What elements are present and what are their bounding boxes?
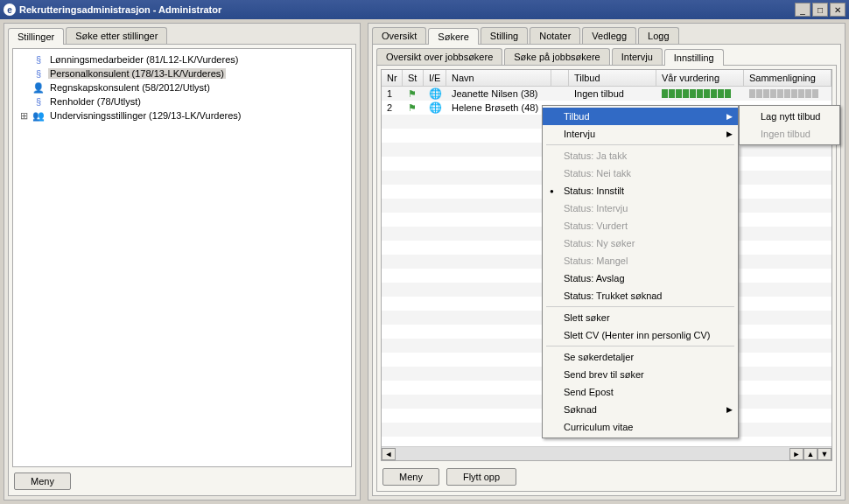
col-ie[interactable]: I/E (424, 70, 446, 86)
cell-st: ⚑ (403, 102, 424, 114)
ctx-item-status[interactable]: Status: Intervju (543, 200, 738, 217)
col-sammenligning[interactable]: Sammenligning (744, 70, 831, 86)
move-up-icon[interactable]: ▲ (803, 448, 817, 460)
section-icon: § (32, 95, 45, 108)
ctx-item-status[interactable]: ●Status: Innstilt (543, 182, 738, 200)
cell-st: ⚑ (403, 88, 424, 100)
tree-item-label: Regnskapskonsulent (58/2012/Utlyst) (48, 82, 212, 93)
position-tree[interactable]: § Lønningsmedarbeider (81/L12-LK/Vurdere… (12, 48, 352, 467)
tree-item-label: Undervisningsstillinger (129/13-LK/Vurde… (48, 110, 242, 121)
submenu-arrow-icon: ▶ (726, 112, 733, 121)
sub-tabs: Oversikt over jobbsøkere Søke på jobbsøk… (373, 45, 840, 65)
submenu-arrow-icon: ▶ (726, 130, 733, 138)
col-st[interactable]: St (403, 70, 424, 86)
horizontal-scrollbar[interactable]: ◄ ► ▲ ▼ (382, 446, 831, 460)
close-button[interactable]: ✕ (830, 3, 845, 17)
ctx-item-soknad[interactable]: Søknad▶ (543, 401, 738, 418)
col-nr[interactable]: Nr (382, 70, 403, 86)
tree-item[interactable]: § Lønningsmedarbeider (81/L12-LK/Vurdere… (17, 52, 347, 66)
ctx-separator (546, 346, 734, 346)
menu-button[interactable]: Meny (14, 472, 71, 490)
left-tab-content: § Lønningsmedarbeider (81/L12-LK/Vurdere… (8, 44, 356, 496)
ctx-sub-lag-tilbud[interactable]: Lag nytt tilbud (740, 108, 839, 125)
window-titlebar: e Rekrutteringsadministrasjon - Administ… (0, 0, 849, 19)
table-header: Nr St I/E Navn Tilbud Vår vurdering Samm… (382, 70, 831, 87)
subtab-intervju[interactable]: Intervju (612, 48, 663, 65)
ctx-item-cv[interactable]: Curriculum vitae (543, 418, 738, 436)
cell-ie: 🌐 (424, 88, 446, 100)
ctx-item-status[interactable]: Status: Mangel (543, 252, 738, 270)
globe-icon: 🌐 (429, 88, 442, 100)
move-down-icon[interactable]: ▼ (817, 448, 831, 460)
left-tabs: Stillinger Søke etter stillinger (4, 24, 360, 44)
ctx-item-se-detaljer[interactable]: Se søkerdetaljer (543, 348, 738, 366)
menu-button[interactable]: Meny (382, 468, 439, 486)
section-icon: § (32, 53, 45, 66)
tab-oversikt[interactable]: Oversikt (372, 27, 426, 44)
subtab-innstilling[interactable]: Innstilling (664, 49, 724, 66)
col-spacer (551, 70, 569, 86)
tab-vedlegg[interactable]: Vedlegg (582, 27, 636, 44)
ctx-item-status[interactable]: Status: Vurdert (543, 217, 738, 234)
ctx-sub-ingen-tilbud[interactable]: Ingen tilbud (740, 125, 839, 143)
cell-name: Helene Brøseth (48) (446, 102, 551, 113)
person-icon: 👤 (32, 81, 45, 94)
col-navn[interactable]: Navn (446, 70, 551, 86)
tree-item[interactable]: ⊞ 👥 Undervisningsstillinger (129/13-LK/V… (17, 108, 347, 122)
submenu-arrow-icon: ▶ (726, 405, 733, 414)
ctx-item-slett-soker[interactable]: Slett søker (543, 309, 738, 326)
context-menu[interactable]: Tilbud▶ Intervju▶ Status: Ja takk Status… (542, 105, 739, 438)
right-tabs: Oversikt Søkere Stilling Notater Vedlegg… (368, 24, 845, 44)
tab-sokere[interactable]: Søkere (428, 28, 478, 45)
ctx-item-send-brev[interactable]: Send brev til søker (543, 366, 738, 383)
ctx-separator (546, 144, 734, 145)
subtab-soke-jobbsokere[interactable]: Søke på jobbsøkere (504, 48, 609, 65)
flag-icon: ⚑ (408, 102, 417, 113)
tab-stillinger[interactable]: Stillinger (8, 28, 64, 45)
tree-item-label: Renholder (78/Utlyst) (48, 96, 143, 107)
ctx-item-slett-cv[interactable]: Slett CV (Henter inn personlig CV) (543, 326, 738, 344)
ctx-item-send-epost[interactable]: Send Epost (543, 383, 738, 401)
context-submenu[interactable]: Lag nytt tilbud Ingen tilbud (739, 105, 840, 145)
cell-ie: 🌐 (424, 102, 446, 114)
tab-logg[interactable]: Logg (638, 27, 678, 44)
col-tilbud[interactable]: Tilbud (569, 70, 656, 86)
table-row[interactable]: 1 ⚑ 🌐 Jeanette Nilsen (38) Ingen tilbud (382, 87, 831, 101)
subtab-oversikt-jobbsokere[interactable]: Oversikt over jobbsøkere (376, 48, 502, 65)
flag-icon: ⚑ (408, 88, 417, 99)
tab-soke-etter[interactable]: Søke etter stillinger (66, 27, 167, 44)
minimize-button[interactable]: _ (795, 3, 810, 17)
tab-notater[interactable]: Notater (530, 27, 580, 44)
col-vurdering[interactable]: Vår vurdering (656, 70, 744, 86)
tree-item[interactable]: 👤 Regnskapskonsulent (58/2012/Utlyst) (17, 80, 347, 94)
cell-tilbud: Ingen tilbud (569, 88, 656, 99)
cell-name: Jeanette Nilsen (38) (446, 88, 551, 99)
ctx-item-tilbud[interactable]: Tilbud▶ (543, 108, 738, 125)
ctx-item-status[interactable]: Status: Trukket søknad (543, 287, 738, 304)
ctx-item-status[interactable]: Status: Ja takk (543, 147, 738, 164)
tree-item[interactable]: § Personalkonsulent (178/13-LK/Vurderes) (17, 66, 347, 80)
globe-icon: 🌐 (429, 102, 442, 114)
tree-item-label: Lønningsmedarbeider (81/L12-LK/Vurderes) (48, 54, 240, 65)
rating-bar (662, 89, 738, 98)
scroll-left-icon[interactable]: ◄ (382, 448, 396, 460)
tree-item-label: Personalkonsulent (178/13-LK/Vurderes) (48, 68, 226, 79)
flytt-opp-button[interactable]: Flytt opp (446, 468, 516, 486)
cell-comparison (744, 89, 831, 98)
ctx-item-status[interactable]: Status: Nei takk (543, 164, 738, 182)
cell-nr: 2 (382, 102, 403, 113)
left-bottom-buttons: Meny (12, 467, 352, 492)
tree-item[interactable]: § Renholder (78/Utlyst) (17, 94, 347, 108)
ctx-item-status[interactable]: Status: Ny søker (543, 234, 738, 252)
tab-stilling[interactable]: Stilling (481, 27, 528, 44)
ctx-item-intervju[interactable]: Intervju▶ (543, 125, 738, 143)
group-icon: 👥 (32, 109, 45, 122)
section-icon: § (32, 67, 45, 80)
maximize-button[interactable]: □ (812, 3, 828, 17)
scroll-right-icon[interactable]: ► (789, 448, 803, 460)
rating-bar (749, 89, 825, 98)
cell-rating (656, 89, 744, 98)
ctx-item-status[interactable]: Status: Avslag (543, 270, 738, 287)
right-bottom-buttons: Meny Flytt opp (377, 465, 836, 491)
tree-expander[interactable]: ⊞ (18, 110, 29, 122)
